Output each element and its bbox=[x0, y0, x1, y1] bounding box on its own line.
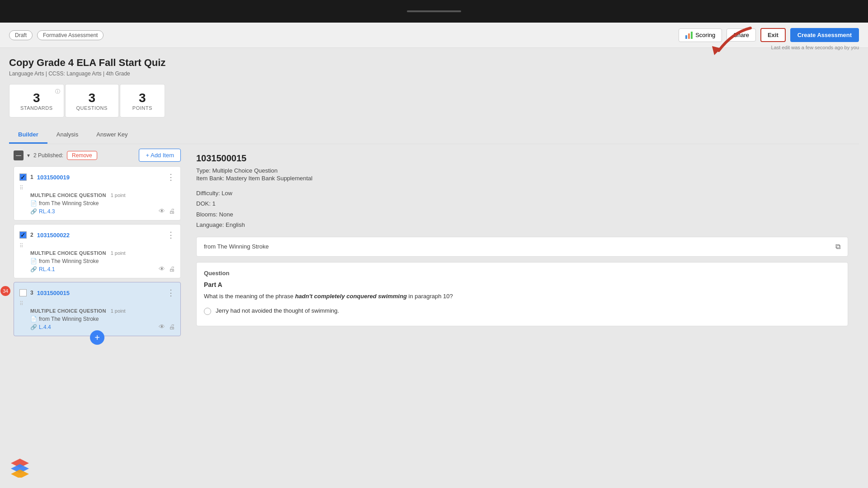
remove-button[interactable]: Remove bbox=[67, 151, 97, 160]
main-content: Copy Grade 4 ELA Fall Start Quiz Languag… bbox=[0, 48, 868, 451]
standard-icon-3: 🔗 bbox=[30, 324, 37, 330]
drag-handle-1[interactable]: ⠿ bbox=[19, 185, 173, 191]
doc-icon-1: 📄 bbox=[30, 200, 37, 206]
question-section-label: Question bbox=[204, 270, 840, 277]
card-row-2: ✓ 2 1031500022 bbox=[19, 231, 70, 239]
bar2 bbox=[688, 33, 690, 39]
question-points-2: 1 point bbox=[111, 250, 126, 256]
collapse-button[interactable]: — bbox=[14, 150, 24, 160]
question-num-1: 1 bbox=[30, 174, 33, 180]
checkbox-1[interactable]: ✓ bbox=[19, 174, 27, 181]
right-panel: 1031500015 Type: Multiple Choice Questio… bbox=[185, 144, 859, 451]
header-left: Draft Formative Assessment bbox=[9, 30, 104, 40]
question-standard-3[interactable]: 🔗 L.4.4 bbox=[30, 324, 175, 330]
quiz-subtitle: Language Arts | CCSS: Language Arts | 4t… bbox=[9, 70, 859, 77]
question-actions-2: 👁 🖨 bbox=[159, 265, 175, 272]
quiz-title: Copy Grade 4 ELA Fall Start Quiz bbox=[9, 57, 859, 69]
preview-icon-2[interactable]: 👁 bbox=[159, 265, 165, 272]
question-points-3: 1 point bbox=[111, 308, 126, 314]
question-standard-2[interactable]: 🔗 RL.4.1 bbox=[30, 266, 175, 272]
detail-item-bank: Item Bank: Mastery Item Bank Supplementa… bbox=[196, 175, 848, 182]
checkbox-3[interactable] bbox=[19, 289, 27, 296]
print-icon-2[interactable]: 🖨 bbox=[169, 265, 175, 272]
question-source-1: 📄 from The Winning Stroke bbox=[30, 200, 175, 206]
standards-stat: ⓘ 3 STANDARDS bbox=[9, 84, 64, 117]
draft-badge[interactable]: Draft bbox=[9, 30, 33, 40]
question-card-2-header: ✓ 2 1031500022 ⋮ bbox=[19, 230, 175, 240]
chevron-down-icon[interactable]: ▾ bbox=[27, 152, 30, 159]
question-text: What is the meaning of the phrase hadn't… bbox=[204, 292, 840, 301]
points-number: 3 bbox=[131, 91, 154, 105]
part-label: Part A bbox=[204, 281, 840, 288]
question-actions-3: 👁 🖨 bbox=[159, 323, 175, 330]
more-button-1[interactable]: ⋮ bbox=[167, 172, 175, 182]
preview-icon-3[interactable]: 👁 bbox=[159, 323, 165, 330]
add-question-button[interactable]: + bbox=[90, 330, 104, 345]
drag-handle-2[interactable]: ⠿ bbox=[19, 243, 173, 249]
question-id-1[interactable]: 1031500019 bbox=[37, 174, 70, 181]
preview-icon-1[interactable]: 👁 bbox=[159, 207, 165, 215]
question-card-1-header: ✓ 1 1031500019 ⋮ bbox=[19, 172, 175, 182]
question-card-2: ✓ 2 1031500022 ⋮ ⠿ MULTIPLE CHOICE QUEST… bbox=[14, 224, 181, 278]
tab-analysis[interactable]: Analysis bbox=[47, 127, 87, 144]
content-area: — ▾ 2 Published: Remove + Add Item ✓ 1 1… bbox=[9, 144, 859, 451]
detail-difficulty: Difficulty: Low bbox=[196, 188, 848, 198]
info-icon[interactable]: ⓘ bbox=[55, 88, 60, 95]
question-standard-1[interactable]: 🔗 RL.4.3 bbox=[30, 208, 175, 215]
detail-type: Type: Multiple Choice Question bbox=[196, 167, 848, 174]
print-icon-3[interactable]: 🖨 bbox=[169, 323, 175, 330]
more-button-3[interactable]: ⋮ bbox=[167, 288, 175, 298]
card-row-1: ✓ 1 1031500019 bbox=[19, 174, 70, 181]
checkbox-2[interactable]: ✓ bbox=[19, 231, 27, 239]
last-edit-text: Last edit was a few seconds ago by you bbox=[771, 45, 859, 50]
question-card-1: ✓ 1 1031500019 ⋮ ⠿ MULTIPLE CHOICE QUEST… bbox=[14, 166, 181, 221]
detail-id: 1031500015 bbox=[196, 153, 848, 164]
doc-icon-3: 📄 bbox=[30, 316, 37, 322]
section-header-left: — ▾ 2 Published: Remove bbox=[14, 150, 97, 160]
detail-language: Language: English bbox=[196, 220, 848, 230]
scoring-label: Scoring bbox=[695, 32, 715, 38]
questions-number: 3 bbox=[76, 91, 108, 105]
header-right: Scoring Share Exit Create Assessment Las… bbox=[679, 28, 859, 42]
expand-icon[interactable]: ⧉ bbox=[835, 243, 840, 251]
question-id-2[interactable]: 1031500022 bbox=[37, 232, 70, 239]
detail-blooms: Blooms: None bbox=[196, 209, 848, 220]
question-card-3: 3 1031500015 ⋮ ⠿ MULTIPLE CHOICE QUESTIO… bbox=[14, 282, 181, 336]
question-type-3: MULTIPLE CHOICE QUESTION bbox=[30, 308, 106, 314]
bottom-logo bbox=[9, 456, 31, 479]
tab-builder[interactable]: Builder bbox=[9, 127, 47, 144]
question-num-2: 2 bbox=[30, 232, 33, 238]
question-actions-1: 👁 🖨 bbox=[159, 207, 175, 215]
stats-row: ⓘ 3 STANDARDS 3 QUESTIONS 3 POINTS bbox=[9, 84, 859, 117]
print-icon-1[interactable]: 🖨 bbox=[169, 207, 175, 215]
exit-button[interactable]: Exit bbox=[760, 28, 786, 42]
question-num-3: 3 bbox=[30, 290, 33, 296]
answer-option-1[interactable]: Jerry had not avoided the thought of swi… bbox=[204, 307, 840, 315]
question-card-3-header: 3 1031500015 ⋮ bbox=[19, 288, 175, 298]
radio-circle-1[interactable] bbox=[204, 308, 211, 315]
detail-attributes: Difficulty: Low DOK: 1 Blooms: None Lang… bbox=[196, 188, 848, 230]
add-item-button[interactable]: + Add Item bbox=[139, 149, 181, 162]
create-assessment-button[interactable]: Create Assessment bbox=[790, 28, 859, 42]
left-panel: — ▾ 2 Published: Remove + Add Item ✓ 1 1… bbox=[9, 144, 185, 451]
progress-bar bbox=[407, 10, 461, 12]
card-row-3: 3 1031500015 bbox=[19, 289, 70, 296]
scoring-button[interactable]: Scoring bbox=[679, 28, 722, 42]
question-section: Question Part A What is the meaning of t… bbox=[196, 262, 848, 327]
svg-marker-3 bbox=[11, 469, 29, 478]
question-source-2: 📄 from The Winning Stroke bbox=[30, 258, 175, 264]
more-button-2[interactable]: ⋮ bbox=[167, 230, 175, 240]
questions-label: QUESTIONS bbox=[76, 105, 108, 111]
question-points-1: 1 point bbox=[111, 192, 126, 198]
standards-label: STANDARDS bbox=[20, 105, 53, 111]
header: Draft Formative Assessment Scoring Share… bbox=[0, 23, 868, 48]
bar1 bbox=[685, 35, 687, 39]
formative-badge[interactable]: Formative Assessment bbox=[37, 30, 104, 40]
question-id-3[interactable]: 1031500015 bbox=[37, 290, 70, 296]
share-button[interactable]: Share bbox=[726, 28, 756, 42]
points-label: POINTS bbox=[131, 105, 154, 111]
published-label: 2 Published: bbox=[33, 152, 63, 159]
tab-answer-key[interactable]: Answer Key bbox=[87, 127, 137, 144]
drag-handle-3[interactable]: ⠿ bbox=[19, 300, 173, 307]
scoring-chart-icon bbox=[685, 32, 693, 39]
